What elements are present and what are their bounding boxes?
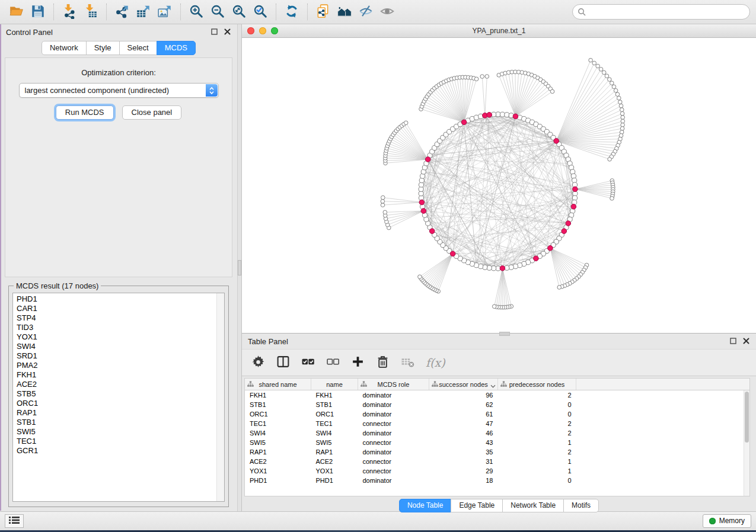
mcds-result-item[interactable]: GCR1 bbox=[17, 446, 216, 456]
satellite-node[interactable] bbox=[557, 286, 562, 290]
cell-mcds_role[interactable]: dominator bbox=[358, 476, 429, 485]
mcds-node[interactable] bbox=[500, 266, 505, 271]
tab-motifs[interactable]: Motifs bbox=[563, 499, 599, 512]
tab-edge-table[interactable]: Edge Table bbox=[451, 499, 503, 512]
satellite-node[interactable] bbox=[605, 74, 609, 78]
satellite-node[interactable] bbox=[418, 275, 422, 279]
satellite-node[interactable] bbox=[480, 75, 484, 79]
mcds-result-item[interactable]: TEC1 bbox=[17, 437, 216, 446]
network-canvas[interactable] bbox=[242, 38, 756, 333]
search-input[interactable] bbox=[572, 4, 750, 20]
network-node[interactable] bbox=[572, 196, 577, 200]
cell-mcds_role[interactable]: connector bbox=[358, 457, 429, 466]
satellite-node[interactable] bbox=[381, 200, 385, 204]
table-row[interactable]: STB1STB1dominator620 bbox=[245, 400, 749, 409]
cell-shared_name[interactable]: STB1 bbox=[245, 400, 311, 409]
cell-predecessor_nodes[interactable]: 1 bbox=[498, 466, 576, 476]
satellite-node[interactable] bbox=[615, 92, 620, 97]
cell-successor_nodes[interactable]: 43 bbox=[429, 438, 498, 447]
mcds-node[interactable] bbox=[450, 251, 455, 257]
table-row[interactable]: FKH1FKH1dominator962 bbox=[245, 390, 749, 400]
tab-style[interactable]: Style bbox=[86, 41, 120, 55]
network-view-titlebar[interactable]: YPA_prune.txt_1 bbox=[242, 24, 756, 38]
tab-mcds[interactable]: MCDS bbox=[157, 41, 196, 55]
mcds-result-item[interactable]: ORC1 bbox=[17, 399, 216, 408]
mcds-result-item[interactable]: STB1 bbox=[17, 418, 216, 427]
satellite-node[interactable] bbox=[614, 89, 618, 93]
mcds-result-item[interactable]: SWI5 bbox=[17, 427, 216, 437]
cell-successor_nodes[interactable]: 29 bbox=[429, 466, 498, 476]
satellite-node[interactable] bbox=[621, 116, 625, 120]
memory-button[interactable]: Memory bbox=[703, 514, 751, 528]
refresh-layout-button[interactable] bbox=[281, 2, 302, 22]
optimization-select[interactable]: largest connected component (undirected) bbox=[19, 83, 219, 98]
satellite-node[interactable] bbox=[608, 158, 612, 162]
cell-name[interactable]: TEC1 bbox=[311, 419, 358, 428]
tab-select[interactable]: Select bbox=[119, 41, 157, 55]
cell-successor_nodes[interactable]: 61 bbox=[429, 409, 498, 419]
delete-row-button[interactable] bbox=[376, 355, 390, 370]
cell-name[interactable]: YOX1 bbox=[311, 466, 358, 476]
mcds-node[interactable] bbox=[554, 139, 559, 144]
column-header-shared_name[interactable]: shared name bbox=[245, 379, 311, 390]
mcds-result-item[interactable]: PHD1 bbox=[17, 294, 216, 304]
cell-predecessor_nodes[interactable]: 0 bbox=[498, 476, 576, 485]
cell-shared_name[interactable]: SWI5 bbox=[245, 438, 311, 447]
column-header-mcds_role[interactable]: MCDS role bbox=[358, 379, 429, 390]
cell-predecessor_nodes[interactable]: 2 bbox=[498, 419, 576, 428]
cell-mcds_role[interactable]: dominator bbox=[358, 390, 429, 400]
show-all-button[interactable] bbox=[377, 2, 398, 22]
cell-name[interactable]: PHD1 bbox=[311, 476, 358, 485]
mcds-node[interactable] bbox=[562, 229, 567, 234]
cell-successor_nodes[interactable]: 62 bbox=[429, 400, 498, 409]
satellite-node[interactable] bbox=[404, 121, 408, 125]
satellite-node[interactable] bbox=[602, 70, 606, 75]
cell-name[interactable]: STB1 bbox=[311, 400, 358, 409]
run-mcds-button[interactable]: Run MCDS bbox=[56, 105, 114, 120]
export-image-button[interactable] bbox=[154, 2, 176, 22]
mcds-result-item[interactable]: YOX1 bbox=[17, 332, 216, 342]
tab-network[interactable]: Network bbox=[42, 41, 87, 55]
panel-menu-button[interactable] bbox=[5, 514, 24, 528]
table-row[interactable]: YOX1YOX1connector291 bbox=[245, 466, 749, 476]
satellite-node[interactable] bbox=[619, 104, 623, 108]
column-header-name[interactable]: name bbox=[311, 379, 358, 390]
satellite-node[interactable] bbox=[608, 78, 612, 82]
satellite-node[interactable] bbox=[599, 68, 603, 72]
table-row[interactable]: PHD1PHD1dominator180 bbox=[245, 476, 749, 485]
cell-successor_nodes[interactable]: 18 bbox=[429, 476, 498, 485]
table-row[interactable]: RAP1RAP1dominator352 bbox=[245, 447, 749, 457]
minimize-window-button[interactable] bbox=[259, 27, 266, 34]
mcds-result-item[interactable]: CAR1 bbox=[17, 304, 216, 313]
cell-mcds_role[interactable]: dominator bbox=[358, 447, 429, 457]
cell-mcds_role[interactable]: dominator bbox=[358, 409, 429, 419]
mcds-result-item[interactable]: SWI4 bbox=[17, 342, 216, 351]
open-session-button[interactable] bbox=[6, 2, 27, 22]
network-node[interactable] bbox=[572, 178, 577, 182]
cell-shared_name[interactable]: TEC1 bbox=[245, 419, 311, 428]
cell-shared_name[interactable]: ACE2 bbox=[245, 457, 311, 466]
splitter-handle[interactable] bbox=[238, 260, 241, 275]
satellite-node[interactable] bbox=[620, 108, 624, 112]
mcds-node[interactable] bbox=[421, 209, 426, 214]
mcds-node[interactable] bbox=[513, 114, 518, 119]
satellite-node[interactable] bbox=[383, 210, 387, 214]
save-session-button[interactable] bbox=[27, 2, 49, 22]
satellite-node[interactable] bbox=[589, 58, 593, 62]
satellite-node[interactable] bbox=[474, 77, 479, 81]
table-scrollbar-thumb[interactable] bbox=[745, 392, 749, 443]
network-node[interactable] bbox=[419, 178, 424, 182]
network-node[interactable] bbox=[487, 265, 492, 270]
tab-network-table[interactable]: Network Table bbox=[502, 499, 564, 512]
hide-selected-button[interactable] bbox=[355, 2, 377, 22]
mcds-list-scrollbar[interactable] bbox=[216, 293, 224, 501]
mcds-node[interactable] bbox=[429, 229, 435, 234]
float-panel-button[interactable] bbox=[210, 28, 218, 36]
table-row[interactable]: SWI5SWI5connector431 bbox=[245, 438, 749, 447]
table-splitter-handle[interactable] bbox=[499, 332, 510, 336]
satellite-node[interactable] bbox=[621, 119, 625, 123]
mcds-node[interactable] bbox=[487, 113, 492, 118]
export-network-button[interactable] bbox=[111, 2, 133, 22]
cell-predecessor_nodes[interactable]: 0 bbox=[498, 400, 576, 409]
satellite-node[interactable] bbox=[621, 123, 625, 127]
